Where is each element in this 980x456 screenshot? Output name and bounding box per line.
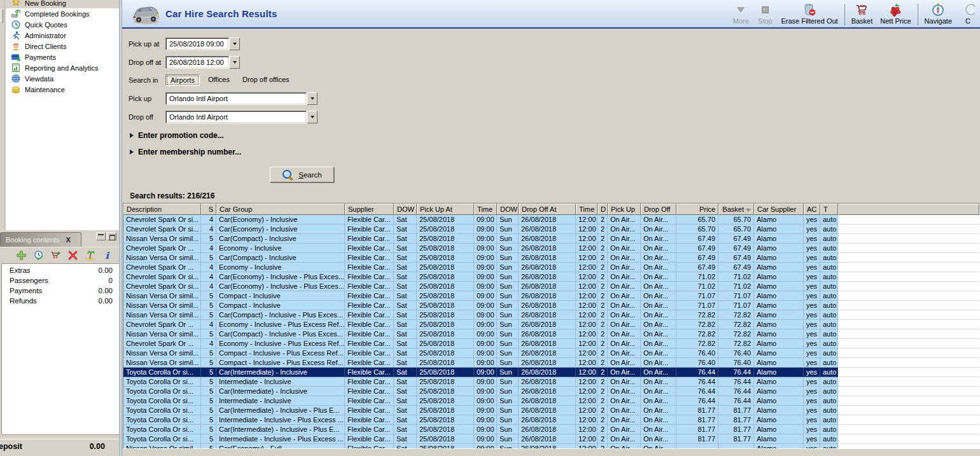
table-row[interactable]: Nissan Versa Or simil...5Compact - Inclu… [123,349,979,358]
dropoff-location-dropdown-button[interactable] [307,111,318,123]
table-row[interactable]: Nissan Versa Or simil...5Compact - Inclu… [123,291,979,301]
c-toolbar-button[interactable]: C [956,3,980,25]
pickup-at-dropdown-button[interactable] [229,38,240,50]
table-row[interactable]: Toyota Corolla Or si...5Intermediate - I… [123,415,979,425]
table-row[interactable]: Nissan Versa Or simil...5Car(Compact) - … [123,253,979,263]
delete-button[interactable] [67,250,78,261]
table-row[interactable]: Chevrolet Spark Or ...4Economy - Inclusi… [123,320,979,329]
column-header-pick-up-at[interactable]: Pick Up At [417,204,474,215]
minimize-button[interactable] [96,232,106,240]
cell-drop-off-at: 26/08/2018 [519,263,576,272]
column-header-drop-off-at[interactable]: Drop Off At [519,204,576,215]
sidebar-item-administrator[interactable]: Administrator [6,30,119,41]
tab-drop-off-offices[interactable]: Drop off offices [238,74,294,86]
column-header-time[interactable]: Time [576,204,598,215]
cell-drop-off: On Air... [641,377,676,387]
table-row[interactable]: Nissan Versa Or simil...5Car(Compact) - … [123,234,979,244]
nett-price-toolbar-button[interactable]: Nett Price [876,3,914,25]
cell-basket: 72.82 [718,310,754,320]
dropoff-at-combobox[interactable]: 26/08/2018 12:00 [165,56,240,69]
membership-number-label: Enter membership number... [138,148,241,156]
column-header-car-group[interactable]: Car Group [216,204,345,215]
promotion-code-expander[interactable]: Enter promotion code... [130,131,980,140]
extras-palm-icon [85,250,95,261]
cart-transfer-button[interactable] [50,250,61,261]
pickup-at-value[interactable]: 25/08/2018 09:00 [165,38,229,50]
sidebar-item-viewdata[interactable]: Viewdata [6,73,119,84]
column-header-ac[interactable]: AC [804,204,820,215]
cell-pick-up-at: 25/08/2018 [417,425,474,434]
erase-filtered-out-toolbar-button[interactable]: Erase Filtered Out [777,3,841,25]
pickup-location-value[interactable]: Orlando Intl Airport [165,92,307,105]
table-row[interactable]: Toyota Corolla Or si...5Car(Intermediate… [123,368,979,377]
table-row[interactable]: Chevrolet Spark Or si...4Car(Economy) - … [123,272,979,282]
table-row[interactable]: Chevrolet Spark Or ...4Economy - Inclusi… [123,244,979,253]
booking-contents-tab[interactable]: Booking contents X [0,232,81,247]
sidebar-item-payments[interactable]: $Payments [6,52,119,62]
cell-description: Toyota Corolla Or si... [123,368,201,377]
table-row[interactable]: Toyota Corolla Or si...5Intermediate - I… [123,396,979,406]
table-row[interactable]: Toyota Corolla Or si...5Car(Intermediate… [123,425,979,434]
cell-car-group: Economy - Inclusive [216,244,345,253]
table-row[interactable]: Chevrolet Spark Or ...4Economy - Inclusi… [123,339,979,349]
column-header-supplier[interactable]: Supplier [345,204,394,215]
cell-ac: yes [804,225,820,234]
sidebar-item-completed-bookings[interactable]: Completed Bookings [6,8,119,19]
cell-pick-up-at: 25/08/2018 [417,225,474,234]
column-header-drop-off[interactable]: Drop Off [641,204,676,215]
sidebar-item-reporting-and-analytics[interactable]: Reporting and Analytics [6,62,119,73]
table-row[interactable]: Chevrolet Spark Or si...4Car(Economy) - … [123,282,979,291]
search-button[interactable]: Search [270,167,334,183]
pickup-location-combobox[interactable]: Orlando Intl Airport [165,92,318,105]
restore-button[interactable] [107,232,116,240]
pickup-at-combobox[interactable]: 25/08/2018 09:00 [165,38,240,50]
cell-pick-up: On Air... [608,301,641,310]
table-row[interactable]: Toyota Corolla Or si...5Intermediate - I… [123,377,979,387]
quote-clock-button[interactable] [32,250,44,261]
navigate-toolbar-button[interactable]: Navigate [921,3,956,25]
basket-toolbar-button[interactable]: Basket [848,3,877,25]
column-header-basket[interactable]: Basket [718,204,754,215]
membership-number-expander[interactable]: Enter membership number... [130,148,980,156]
cell-car-supplier: Alamo [754,415,804,425]
column-header-time[interactable]: Time [474,204,497,215]
table-row[interactable]: Nissan Versa Or simil...5Car(Compact) - … [123,329,979,339]
sidebar-item-direct-clients[interactable]: Direct Clients [6,41,119,52]
dropoff-location-value[interactable]: Orlando Intl Airport [165,111,307,123]
column-header-t[interactable]: T [820,204,838,215]
add-button[interactable] [15,250,27,261]
table-row[interactable]: Toyota Corolla Or si...5Car(Intermediate… [123,387,979,396]
column-header-price[interactable]: Price [676,204,718,215]
table-row[interactable]: Chevrolet Spark Or si...4Car(Economy) - … [123,215,979,225]
sidebar-item-maintenance[interactable]: Maintenance [6,84,119,95]
sidebar-item-quick-quotes[interactable]: Quick Quotes [6,19,119,30]
table-row[interactable]: Chevrolet Spark Or si...4Car(Economy) - … [123,225,979,234]
table-row[interactable]: Nissan Versa Or simil...5Compact - Inclu… [123,358,979,368]
table-row[interactable]: Nissan Versa Or simil...5Car(Compact) - … [123,310,979,320]
pickup-location-dropdown-button[interactable] [307,92,318,105]
dropoff-location-combobox[interactable]: Orlando Intl Airport [165,111,318,123]
column-header-description[interactable]: Description [123,204,201,215]
sidebar-item-new-booking[interactable]: New Booking [6,0,119,8]
close-icon[interactable]: X [66,236,70,244]
info-button[interactable]: i [101,250,113,261]
tab-airports[interactable]: Airports [165,74,200,86]
column-header-s[interactable]: S [201,204,216,215]
column-header-dow[interactable]: DOW [497,204,519,215]
column-header-car-supplier[interactable]: Car Supplier [754,204,804,215]
cell-pick-up: On Air... [608,272,641,282]
column-header-dow[interactable]: DOW [394,204,417,215]
tab-offices[interactable]: Offices [204,74,234,86]
extras-palm-button[interactable] [84,250,95,261]
table-row[interactable]: Toyota Corolla Or si...5Car(Intermediate… [123,406,979,415]
table-row[interactable]: Nissan Versa Or simil...5Compact - Inclu… [123,301,979,310]
table-row[interactable]: Chevrolet Spark Or ...4Economy - Inclusi… [123,263,979,272]
dropoff-at-value[interactable]: 26/08/2018 12:00 [165,56,229,69]
dropoff-at-dropdown-button[interactable] [229,56,240,69]
column-header-d[interactable]: D [598,204,608,215]
table-row[interactable]: Toyota Corolla Or si...5Intermediate - I… [123,434,979,444]
dock-handle[interactable] [1,9,3,23]
table-row[interactable]: Nissan Versa Or simil...5Car(Economy) - … [123,444,979,448]
cell-drop-off: On Air... [641,349,676,358]
column-header-pick-up[interactable]: Pick Up [608,204,641,215]
